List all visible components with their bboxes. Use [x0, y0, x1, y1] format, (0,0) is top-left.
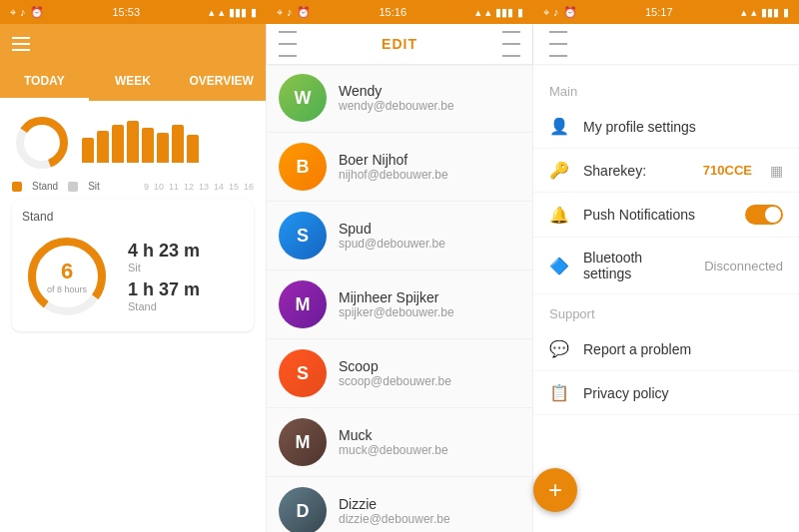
time-right: 15:17 [645, 6, 673, 18]
bar-4 [127, 121, 139, 163]
settings-item[interactable]: 🔑 Sharekey: 710CCE ▦ [533, 149, 799, 193]
status-icons-left: ⌖♪⏰ [10, 6, 44, 19]
tab-bar: TODAY WEEK OVERVIEW [0, 64, 266, 101]
settings-item-icon: 🔑 [549, 161, 569, 180]
tab-today[interactable]: TODAY [0, 64, 89, 101]
stand-time-block: 1 h 37 m Stand [128, 279, 200, 312]
contact-info: Spud spud@debouwer.be [339, 221, 520, 251]
legend-stand-label: Stand [32, 181, 58, 192]
contact-info: Mijnheer Spijker spijker@debouwer.be [339, 289, 520, 319]
contact-avatar: B [279, 143, 327, 191]
settings-item-label: Sharekey: [583, 163, 689, 179]
contact-avatar: M [279, 280, 327, 328]
settings-item[interactable]: 📋 Privacy policy [533, 371, 799, 415]
contact-name: Scoop [339, 358, 520, 374]
toggle-switch[interactable] [745, 205, 783, 225]
contact-item[interactable]: S Spud spud@debouwer.be [267, 202, 532, 270]
settings-item-label: Report a problem [583, 341, 783, 357]
stand-section-title: Stand [22, 210, 244, 224]
settings-item-icon: 🔷 [549, 257, 569, 275]
settings-item[interactable]: 💬 Report a problem [533, 327, 799, 371]
sharekey-value: 710CCE [703, 163, 752, 178]
contact-email: spijker@debouwer.be [339, 305, 520, 319]
signal-icons-left: ▴▴▮▮▮▮ [209, 6, 257, 19]
bar-3 [112, 125, 124, 163]
chart-legend: Stand Sit 9 10 11 12 13 14 15 16 [12, 181, 254, 192]
signal-icons-mid: ▴▴▮▮▮▮ [475, 6, 523, 19]
contact-email: wendy@debouwer.be [339, 99, 520, 113]
bar-chart [82, 123, 199, 163]
hamburger-mid-right[interactable] [502, 28, 520, 60]
settings-item[interactable]: 🔷 Bluetooth settings Disconnected [533, 238, 799, 294]
settings-item-label: My profile settings [583, 119, 783, 135]
legend-stand-dot [12, 182, 22, 192]
contact-name: Boer Nijhof [339, 152, 520, 168]
legend-sit-label: Sit [88, 181, 100, 192]
stand-count: 6 [47, 259, 87, 284]
contact-name: Wendy [339, 83, 520, 99]
avatar-letter: S [279, 349, 327, 397]
hamburger-mid[interactable] [279, 28, 297, 60]
avatar-letter: M [279, 280, 327, 328]
bar-8 [187, 135, 199, 163]
mid-panel: EDIT W Wendy wendy@debouwer.be B Boer Ni… [267, 24, 533, 532]
hour-labels: 9 10 11 12 13 14 15 16 [144, 182, 254, 192]
settings-section-title: Support [533, 294, 799, 327]
settings-item-icon: 📋 [549, 383, 569, 402]
qr-icon[interactable]: ▦ [770, 163, 783, 179]
signal-icons-right: ▴▴▮▮▮▮ [741, 6, 789, 19]
avatar-letter: W [279, 74, 327, 122]
sit-label: Sit [128, 262, 200, 273]
bar-6 [157, 133, 169, 163]
status-icons-right: ⌖♪⏰ [543, 6, 577, 19]
settings-item-label: Bluetooth settings [583, 250, 690, 281]
settings-item[interactable]: 👤 My profile settings [533, 105, 799, 149]
contact-info: Dizzie dizzie@debouwer.be [339, 496, 520, 526]
time-stats: 4 h 23 m Sit 1 h 37 m Stand [128, 241, 200, 312]
bar-2 [97, 131, 109, 163]
contact-name: Muck [339, 427, 520, 443]
contact-item[interactable]: D Dizzie dizzie@debouwer.be [267, 477, 532, 532]
time-left: 15:53 [112, 6, 140, 18]
contact-item[interactable]: W Wendy wendy@debouwer.be [267, 64, 532, 133]
mid-header: EDIT [267, 24, 532, 64]
stand-label: Stand [128, 300, 200, 312]
contact-item[interactable]: M Muck muck@debouwer.be [267, 408, 532, 477]
settings-item-label: Push Notifications [583, 207, 731, 223]
avatar-letter: M [279, 418, 327, 466]
toggle-knob [765, 207, 781, 223]
stand-section: Stand 6 of 8 hours 4 [12, 200, 254, 331]
donut-chart-small [12, 113, 72, 173]
status-bar-right: ⌖♪⏰ 15:17 ▴▴▮▮▮▮ [533, 0, 799, 24]
hamburger-right[interactable] [549, 28, 567, 60]
bar-5 [142, 128, 154, 163]
right-panel: Main 👤 My profile settings 🔑 Sharekey: 7… [533, 24, 799, 532]
tab-week[interactable]: WEEK [89, 64, 178, 101]
avatar-letter: D [279, 487, 327, 532]
contact-avatar: W [279, 74, 327, 122]
contact-email: muck@debouwer.be [339, 443, 520, 457]
donut-center: 6 of 8 hours [47, 259, 87, 294]
tab-overview[interactable]: OVERVIEW [177, 64, 266, 101]
status-bar-mid: ⌖♪⏰ 15:16 ▴▴▮▮▮▮ [267, 0, 533, 24]
contact-info: Wendy wendy@debouwer.be [339, 83, 520, 113]
settings-item-icon: 💬 [549, 339, 569, 358]
contact-email: nijhof@debouwer.be [339, 168, 520, 182]
settings-item[interactable]: 🔔 Push Notifications [533, 193, 799, 238]
legend-sit-dot [68, 182, 78, 192]
left-content: Stand Sit 9 10 11 12 13 14 15 16 Stand [0, 101, 266, 532]
contact-item[interactable]: M Mijnheer Spijker spijker@debouwer.be [267, 270, 532, 339]
contact-name: Spud [339, 221, 520, 237]
contact-name: Dizzie [339, 496, 520, 512]
avatar-letter: S [279, 212, 327, 260]
contact-info: Muck muck@debouwer.be [339, 427, 520, 457]
stand-time: 1 h 37 m [128, 279, 200, 300]
contact-item[interactable]: B Boer Nijhof nijhof@debouwer.be [267, 133, 532, 202]
add-contact-button[interactable]: + [533, 468, 577, 512]
sit-time: 4 h 23 m [128, 241, 200, 262]
avatar-letter: B [279, 143, 327, 191]
settings-item-label: Privacy policy [583, 385, 783, 401]
contact-item[interactable]: S Scoop scoop@debouwer.be [267, 339, 532, 408]
hamburger-left[interactable] [12, 37, 30, 51]
donut-chart-large: 6 of 8 hours [22, 232, 112, 321]
